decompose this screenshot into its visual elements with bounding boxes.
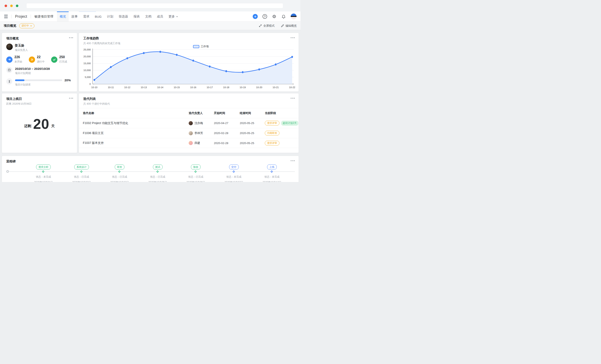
status-label: 进行中: [21, 24, 29, 28]
stage-badge: 功能研发: [265, 131, 280, 135]
nav-tab-故事[interactable]: 故事: [69, 11, 80, 21]
svg-text:10-12: 10-12: [124, 86, 130, 89]
close-window-button[interactable]: [5, 5, 7, 7]
nav-tabs: 概览故事需求BUG计划筛选器报表文档成员更多: [57, 11, 181, 21]
nav-tab-计划[interactable]: 计划: [104, 11, 116, 21]
zoom-window-button[interactable]: [16, 5, 18, 7]
table-header-row: 迭代名称迭代负责人开始时间结束时间当前阶段: [79, 108, 299, 118]
stat-未开始: 226未开始: [6, 56, 22, 64]
project-status-dropdown[interactable]: 进行中: [19, 23, 34, 28]
nav-tab-BUG[interactable]: BUG: [92, 11, 104, 21]
edit-overview-button[interactable]: 编辑概览: [281, 24, 297, 28]
add-button[interactable]: [253, 14, 258, 19]
minimize-window-button[interactable]: [10, 5, 13, 7]
stat-label: 进行中: [37, 60, 45, 64]
stat-已完成: 250已完成: [51, 56, 67, 64]
milestone-date: 2020年10月07日: [216, 181, 252, 182]
notifications-button[interactable]: [281, 14, 286, 19]
calendar-icon: [6, 67, 12, 73]
stat-value: 250: [59, 56, 67, 59]
arrow-right-icon: [6, 57, 12, 63]
svg-text:10-16: 10-16: [190, 86, 196, 89]
avatar: [189, 131, 193, 135]
svg-text:10-17: 10-17: [207, 86, 213, 89]
svg-text:0: 0: [90, 83, 91, 85]
nav-tab-报表[interactable]: 报表: [131, 11, 142, 21]
milestone-研发: 研发状态：已完成2020年10月03日: [102, 156, 137, 182]
nav-tab-文档[interactable]: 文档: [142, 11, 154, 21]
owner-avatar: [6, 44, 13, 50]
fullscreen-button[interactable]: 全屏模式: [259, 24, 275, 28]
milestone-label: 上线: [267, 164, 277, 170]
gear-icon: [272, 14, 277, 19]
address-bar[interactable]: [26, 3, 283, 8]
column-header: 迭代负责人: [189, 111, 214, 115]
window-titlebar: [0, 0, 300, 11]
brand-logo[interactable]: Project: [15, 14, 27, 19]
plan-progress-percent: 20%: [64, 78, 71, 82]
milestone-diamond-icon: [80, 170, 82, 172]
card-menu-dots-icon[interactable]: [291, 37, 295, 38]
svg-text:10-15: 10-15: [174, 86, 180, 89]
table-row[interactable]: F1032 Project 功能交互与细节优化沈亦梅2020-04-272020…: [79, 118, 299, 128]
milestone-diamond-icon: [270, 170, 273, 172]
end-date: 2020-05-25: [240, 142, 265, 145]
trend-chart: 05,00010,00015,00020,00025,00010-1010-11…: [79, 48, 299, 91]
card-title: 迭代列表: [83, 97, 110, 101]
help-button[interactable]: ?: [262, 14, 267, 19]
nav-tab-需求[interactable]: 需求: [80, 11, 92, 21]
plan-progress-label: 项目计划进度: [15, 83, 71, 86]
table-row[interactable]: F1037 版本支持薛建2020-02-282020-05-25需求评审: [79, 138, 299, 148]
milestone-需求分析: 需求分析状态：未完成2020年10月01日: [26, 156, 61, 182]
iteration-name: F1037 版本支持: [83, 141, 189, 145]
owner-role: 项目负责人: [15, 48, 28, 52]
milestone-status: 状态：已完成: [64, 175, 99, 179]
project-name[interactable]: 敏捷项目管理: [34, 15, 53, 19]
hourglass-icon: [6, 78, 12, 85]
iteration-name: F1032 Project 功能交互与细节优化: [83, 121, 189, 125]
nav-tab-成员[interactable]: 成员: [154, 11, 166, 21]
card-subtitle: 距离 2020年10月06日: [6, 102, 32, 106]
tab-label: BUG: [95, 15, 102, 18]
milestone-label: 需求分析: [36, 164, 51, 170]
divider: [31, 15, 31, 18]
milestone-status: 状态：已完成: [102, 175, 137, 179]
avatar: [189, 141, 193, 145]
milestone-测试: 测试状态：已完成2020年10月05日: [140, 156, 176, 182]
user-avatar[interactable]: [291, 14, 297, 19]
tab-label: 报表: [134, 15, 140, 19]
table-row[interactable]: F1036 项目主页李梓芳2020-02-282020-05-25功能研发: [79, 128, 299, 138]
iteration-name: F1036 项目主页: [83, 131, 189, 135]
start-date: 2020-04-27: [214, 122, 240, 125]
column-header: 开始时间: [214, 111, 240, 115]
milestone-label: 验收: [191, 164, 200, 170]
card-menu-dots-icon[interactable]: [291, 160, 295, 161]
menu-hamburger-icon[interactable]: [4, 15, 8, 18]
check-icon: [51, 57, 57, 63]
end-date: 2020-05-25: [240, 132, 265, 135]
svg-text:25,000: 25,000: [83, 48, 91, 51]
card-menu-dots-icon[interactable]: [69, 98, 73, 99]
double-chevron-icon: [29, 57, 35, 63]
milestones-card: 里程碑 需求分析状态：未完成2020年10月01日系统设计状态：已完成2020年…: [2, 156, 299, 182]
chevron-down-icon: [176, 15, 178, 18]
card-menu-dots-icon[interactable]: [291, 98, 295, 99]
nav-tab-筛选器[interactable]: 筛选器: [116, 11, 131, 21]
column-header: 迭代名称: [83, 111, 189, 115]
card-menu-dots-icon[interactable]: [69, 37, 73, 38]
milestone-上线: 上线状态：未完成2020年10月12日: [254, 156, 290, 182]
card-title: 项目上线日: [6, 97, 32, 101]
nav-tab-概览[interactable]: 概览: [57, 11, 69, 21]
nav-tab-更多[interactable]: 更多: [166, 11, 181, 21]
svg-text:10-22: 10-22: [289, 86, 295, 89]
milestone-系统设计: 系统设计状态：已完成2020年10月02日: [64, 156, 99, 182]
settings-button[interactable]: [272, 14, 277, 19]
schedule-badge: 超前计划2天: [281, 121, 298, 126]
plan-progress-bar: [15, 79, 62, 81]
svg-text:15,000: 15,000: [83, 62, 91, 65]
milestone-status: 状态：未完成: [26, 175, 61, 179]
milestone-date: 2020年10月01日: [26, 181, 61, 182]
timeline-start-marker: [6, 170, 9, 173]
svg-text:10-13: 10-13: [141, 86, 147, 89]
question-icon: ?: [264, 15, 266, 18]
